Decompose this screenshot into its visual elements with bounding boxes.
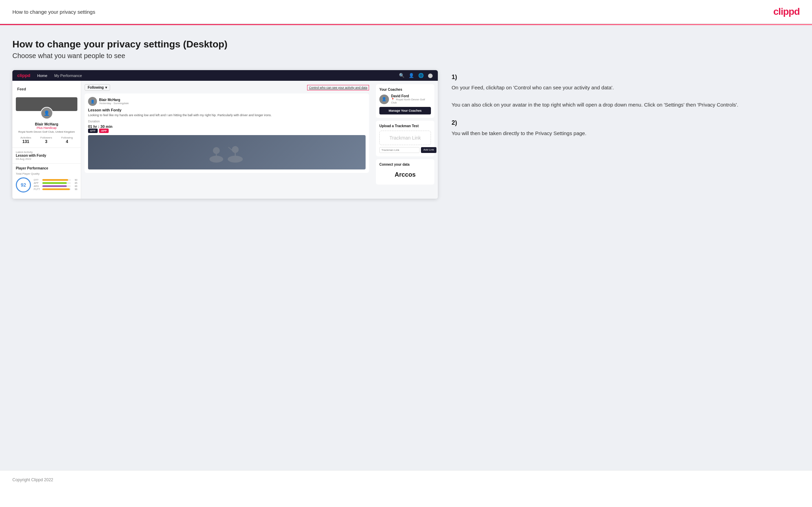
- stat-followers-value: 3: [40, 139, 52, 144]
- bar-putt-track: [42, 188, 71, 190]
- pin-icon: 📍: [391, 98, 394, 101]
- bar-arg-label: ARG: [34, 185, 41, 187]
- bar-app-fill: [42, 182, 67, 184]
- nav-item-home[interactable]: Home: [37, 74, 47, 78]
- instructions-area: 1) On your Feed, click/tap on 'Control w…: [452, 70, 800, 148]
- top-navigation: How to change your privacy settings clip…: [0, 0, 812, 24]
- connect-data-title: Connect your data: [379, 163, 431, 166]
- activity-user-avatar: 👤: [88, 97, 97, 106]
- activity-tags: OTT APP: [88, 129, 366, 133]
- main-subheading: Choose what you want people to see: [12, 52, 800, 60]
- app-mockup: clippd Home My Performance 🔍 👤 🌐 ⬤: [12, 70, 438, 199]
- bar-app-value: 85: [72, 182, 77, 184]
- trackman-input-row: Add Link: [379, 147, 431, 153]
- latest-activity-section: Latest Activity Lesson with Fordy 03 Aug…: [12, 148, 81, 164]
- stat-followers: Followers 3: [40, 136, 52, 144]
- stat-activities: Activities 131: [20, 136, 31, 144]
- profile-name: Blair McHarg: [16, 122, 77, 126]
- app-logo: clippd: [17, 73, 30, 78]
- latest-activity-date: 03 Aug 2022: [16, 157, 77, 161]
- activity-user-name: Blair McHarg: [99, 98, 129, 102]
- stat-followers-label: Followers: [40, 136, 52, 139]
- stat-following-label: Following: [61, 136, 73, 139]
- player-performance-section: Player Performance Total Player Quality …: [12, 164, 81, 195]
- following-label: Following: [88, 86, 104, 89]
- coaches-title: Your Coaches: [379, 88, 431, 91]
- user-icon[interactable]: 👤: [409, 73, 414, 78]
- pp-title: Player Performance: [16, 166, 77, 170]
- coaches-card: Your Coaches 👤 David Ford 📍 Royal North …: [376, 84, 434, 118]
- activity-user-meta: Yesterday · Sunningdale: [99, 102, 129, 105]
- app-nav-bar: clippd Home My Performance 🔍 👤 🌐 ⬤: [12, 70, 438, 81]
- profile-card: 👤 Blair McHarg Plus Handicap Royal North…: [12, 94, 81, 148]
- svg-point-1: [213, 147, 220, 154]
- bar-app-label: APP: [34, 182, 41, 184]
- connect-data-card: Connect your data Arccos: [376, 159, 434, 185]
- trackman-placeholder: Trackman Link: [379, 131, 431, 145]
- app-sidebar: Feed 👤 Blair McHarg Plus Handicap Royal …: [12, 81, 81, 199]
- profile-handicap: Plus Handicap: [16, 126, 77, 130]
- activity-title: Lesson with Fordy: [88, 108, 366, 112]
- nav-icons: 🔍 👤 🌐 ⬤: [399, 73, 433, 78]
- bar-putt-value: 96: [72, 188, 77, 190]
- search-icon[interactable]: 🔍: [399, 73, 404, 78]
- activity-image: [88, 135, 366, 169]
- activity-duration-value: 01 hr : 30 min: [88, 124, 366, 129]
- copyright-text: Copyright Clippd 2022: [12, 477, 53, 482]
- bar-putt-label: PUTT: [34, 188, 41, 190]
- main-content: How to change your privacy settings (Des…: [0, 25, 812, 470]
- trackman-link-input[interactable]: [379, 147, 420, 153]
- tag-ott: OTT: [88, 129, 98, 133]
- coach-item: 👤 David Ford 📍 Royal North Devon Golf Cl…: [379, 94, 431, 104]
- bar-putt: PUTT 96: [34, 188, 77, 190]
- step2-number: 2): [452, 119, 800, 126]
- instruction-step-1: 1) On your Feed, click/tap on 'Control w…: [452, 74, 800, 109]
- app-feed: Following ▾ Control who can see your act…: [81, 81, 372, 199]
- profile-club: Royal North Devon Golf Club, United King…: [16, 130, 77, 133]
- bar-arg-track: [42, 185, 71, 187]
- step1-number: 1): [452, 74, 800, 81]
- bar-ott: OTT 90: [34, 179, 77, 181]
- profile-stats: Activities 131 Followers 3 Following 4: [16, 136, 77, 144]
- step1-text: On your Feed, click/tap on 'Control who …: [452, 84, 800, 109]
- avatar-icon[interactable]: ⬤: [428, 73, 433, 78]
- manage-coaches-button[interactable]: Manage Your Coaches: [379, 107, 431, 114]
- step1-highlight: 'Control who can see your activity and d…: [513, 85, 614, 90]
- add-link-button[interactable]: Add Link: [421, 147, 436, 153]
- app-body: Feed 👤 Blair McHarg Plus Handicap Royal …: [12, 81, 438, 199]
- bar-arg-value: 86: [72, 185, 77, 187]
- coach-name: David Ford: [391, 94, 431, 98]
- page-footer: Copyright Clippd 2022: [0, 470, 812, 489]
- activity-description: Looking to feel like my hands are exitin…: [88, 113, 366, 118]
- mockup-area: clippd Home My Performance 🔍 👤 🌐 ⬤: [12, 70, 438, 199]
- globe-icon[interactable]: 🌐: [418, 73, 424, 78]
- step2-text: You will then be taken directly to the P…: [452, 129, 800, 138]
- stat-following-value: 4: [61, 139, 73, 144]
- coach-club: 📍 Royal North Devon Golf Club: [391, 98, 431, 104]
- feed-tab-label[interactable]: Feed: [12, 84, 81, 94]
- coach-avatar: 👤: [379, 95, 389, 104]
- bar-ott-value: 90: [72, 179, 77, 181]
- app-right-sidebar: Your Coaches 👤 David Ford 📍 Royal North …: [372, 81, 438, 199]
- page-title: How to change your privacy settings: [12, 9, 95, 15]
- svg-point-6: [232, 146, 239, 153]
- coach-info: David Ford 📍 Royal North Devon Golf Club: [391, 94, 431, 104]
- bar-arg-fill: [42, 185, 67, 187]
- nav-item-performance[interactable]: My Performance: [54, 74, 82, 78]
- bar-ott-track: [42, 179, 71, 181]
- stat-activities-value: 131: [20, 139, 31, 144]
- arccos-logo: Arccos: [379, 168, 431, 181]
- control-privacy-link[interactable]: Control who can see your activity and da…: [307, 85, 369, 90]
- chevron-down-icon: ▾: [105, 86, 107, 89]
- pp-body: 92 OTT 90: [16, 177, 77, 192]
- activity-header: 👤 Blair McHarg Yesterday · Sunningdale: [88, 97, 366, 106]
- activity-duration-label: Duration: [88, 120, 366, 123]
- activity-user-info: Blair McHarg Yesterday · Sunningdale: [99, 98, 129, 105]
- clippd-logo: clippd: [773, 6, 800, 17]
- feed-header: Following ▾ Control who can see your act…: [85, 84, 369, 91]
- stat-activities-label: Activities: [20, 136, 31, 139]
- latest-activity-name: Lesson with Fordy: [16, 154, 77, 157]
- following-button[interactable]: Following ▾: [85, 84, 110, 91]
- upload-title: Upload a Trackman Test: [379, 124, 431, 128]
- bar-arg: ARG 86: [34, 185, 77, 187]
